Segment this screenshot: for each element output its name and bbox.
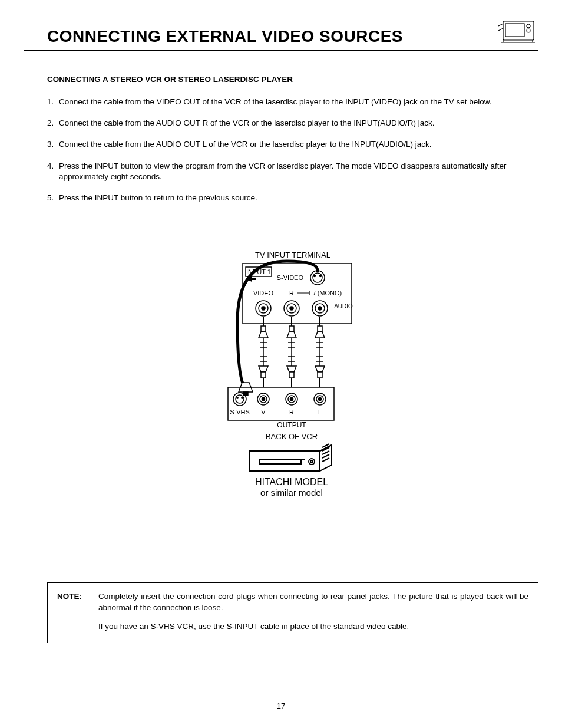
page-title: CONNECTING EXTERNAL VIDEO SOURCES [47, 27, 403, 46]
instruction-step: 5. Press the INPUT button to return to t… [47, 193, 538, 203]
svg-point-10 [313, 273, 322, 282]
instruction-step: 1. Connect the cable from the VIDEO OUT … [47, 97, 538, 107]
diagram-label-svhs: S-VHS [230, 409, 250, 416]
svg-point-6 [527, 29, 530, 32]
instruction-list: 1. Connect the cable from the VIDEO OUT … [47, 97, 538, 203]
step-text: Connect the cable from the AUDIO OUT R o… [59, 118, 538, 129]
svg-point-21 [290, 307, 293, 310]
svg-point-57 [242, 397, 243, 398]
step-text: Press the INPUT button to view the progr… [59, 161, 538, 182]
svg-point-55 [236, 395, 244, 403]
step-number: 1. [47, 97, 59, 107]
diagram-label-l2: L [318, 409, 322, 416]
svg-rect-33 [289, 326, 294, 332]
diagram-label-v: V [261, 409, 266, 416]
svg-rect-40 [318, 326, 322, 332]
svg-rect-28 [261, 372, 266, 378]
note-paragraph: Completely insert the connection cord pl… [98, 591, 528, 612]
diagram-label-tv-input: TV INPUT TERMINAL [255, 251, 330, 259]
svg-point-11 [314, 275, 316, 277]
svg-point-12 [320, 275, 322, 277]
svg-rect-26 [261, 326, 266, 332]
instruction-step: 4. Press the INPUT button to view the pr… [47, 161, 538, 182]
svg-line-76 [322, 454, 329, 458]
diagram-label-audio: AUDIO [334, 303, 353, 309]
step-number: 4. [47, 161, 59, 182]
diagram-label-model1: HITACHI MODEL [255, 477, 328, 487]
svg-line-77 [322, 458, 329, 462]
diagram-label-r: R [289, 289, 294, 297]
note-label: NOTE: [57, 591, 98, 632]
note-box: NOTE: Completely insert the connection c… [47, 582, 538, 643]
step-text: Press the INPUT button to return to the … [59, 193, 538, 203]
note-paragraph: If you have an S-VHS VCR, use the S-INPU… [98, 621, 528, 632]
svg-rect-69 [260, 459, 301, 464]
step-number: 5. [47, 193, 59, 203]
instruction-step: 3. Connect the cable from the AUDIO OUT … [47, 139, 538, 150]
section-heading: CONNECTING A STEREO VCR OR STEREO LASERD… [47, 75, 538, 84]
svg-point-71 [309, 459, 315, 465]
svg-point-5 [527, 24, 530, 28]
svg-point-18 [262, 307, 265, 310]
step-number: 2. [47, 118, 59, 129]
tv-device-icon [497, 18, 538, 46]
svg-point-63 [290, 398, 293, 401]
svg-rect-1 [505, 24, 524, 37]
diagram-label-lmono: L / (MONO) [309, 289, 342, 297]
svg-rect-42 [318, 372, 322, 378]
diagram-label-output: OUTPUT [277, 421, 306, 429]
svg-rect-35 [289, 372, 294, 378]
step-number: 3. [47, 139, 59, 150]
diagram-label-svideo: S-VIDEO [277, 274, 304, 281]
svg-line-75 [322, 451, 329, 454]
connection-diagram: TV INPUT TERMINAL INPUT 1 S-VIDEO [216, 251, 369, 523]
svg-point-66 [319, 398, 322, 401]
instruction-step: 2. Connect the cable from the AUDIO OUT … [47, 118, 538, 129]
svg-point-72 [310, 460, 313, 463]
diagram-label-model2: or similar model [260, 487, 323, 498]
step-text: Connect the cable from the AUDIO OUT L o… [59, 139, 538, 150]
step-text: Connect the cable from the VIDEO OUT of … [59, 97, 538, 107]
diagram-label-r2: R [289, 409, 294, 416]
svg-rect-14 [252, 278, 256, 280]
svg-point-56 [237, 397, 238, 398]
svg-point-60 [262, 398, 265, 401]
diagram-label-video: VIDEO [253, 289, 274, 297]
diagram-label-backvcr: BACK OF VCR [266, 432, 318, 441]
page-number: 17 [0, 701, 562, 710]
svg-point-24 [318, 307, 322, 310]
